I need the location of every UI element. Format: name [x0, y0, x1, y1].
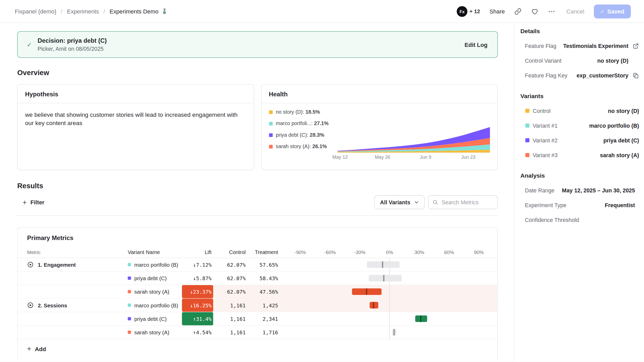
edit-log-button[interactable]: Edit Log [465, 41, 488, 48]
metric-row[interactable]: priya debt (C) ↑31.4% 1,161 2,341 [18, 312, 497, 326]
metric-cell: 1. Engagement [18, 258, 125, 271]
control-value: 1,161 [213, 316, 246, 322]
metric-target-icon [27, 261, 34, 268]
decision-text: Decision: priya debt (C) Picker, Amit on… [38, 37, 107, 52]
variants-dropdown[interactable]: All Variants [374, 195, 425, 209]
results-heading: Results [17, 182, 498, 190]
variant-label: Variant #2 [533, 137, 558, 143]
health-title: Health [261, 84, 497, 103]
check-icon: ✓ [600, 8, 605, 14]
details-sidebar: Details Feature Flag Testimonials Experi… [514, 23, 644, 362]
metric-row[interactable]: 2. Sessions marco portfolio (B) ↓16.25% … [18, 299, 497, 312]
metric-row[interactable]: sarah story (A) ↓23.37% 62.07% 47.56% [18, 285, 497, 299]
ci-center-tick [382, 261, 383, 268]
analysis-value: May 12, 2025 – Jun 30, 2025 [562, 187, 635, 193]
check-icon: ✓ [27, 41, 32, 48]
detail-value: no story (D) [597, 58, 628, 64]
copy-icon[interactable] [633, 72, 639, 79]
breadcrumb: Fixpanel {demo} / Experiments / Experime… [15, 8, 167, 15]
column-metric: Metric [18, 247, 125, 258]
decision-banner: ✓ Decision: priya debt (C) Picker, Amit … [17, 31, 498, 58]
filter-label: Filter [30, 199, 44, 205]
lift-value: ↓23.37% [182, 285, 213, 298]
analysis-row: Experiment Type Frequentist [520, 201, 639, 209]
search-metrics-input[interactable] [442, 199, 493, 205]
lift-value: ↑31.4% [182, 312, 213, 325]
legend-label: no story (D): 18.5% [276, 109, 320, 115]
primary-metrics-card: Primary Metrics Metric Variant Name Lift… [17, 227, 498, 360]
variant-row: Control no story (D) [520, 107, 639, 115]
metric-row[interactable]: priya debt (C) ↓5.87% 62.07% 58.43% [18, 272, 497, 285]
variant-cell: sarah story (A) [125, 329, 182, 335]
lift-value: ↑4.54% [182, 326, 213, 339]
icon-spacer [633, 57, 639, 64]
variant-value: sarah story (A) [600, 152, 639, 158]
ci-center-tick [366, 288, 367, 295]
saved-button[interactable]: ✓ Saved [594, 4, 631, 18]
detail-value[interactable]: Testimonials Experiment [563, 43, 628, 49]
legend-item: priya debt (C): 28.3% [269, 132, 338, 138]
variant-value: priya debt (C) [603, 137, 639, 143]
confidence-interval-cell [288, 312, 493, 325]
metric-cell [18, 326, 125, 339]
metric-target-icon [27, 302, 34, 308]
metric-cell [18, 285, 125, 298]
legend-item: sarah story (A): 26.1% [269, 143, 338, 149]
variant-value: marco portfolio (B) [589, 122, 639, 129]
more-options-icon[interactable] [548, 8, 555, 15]
column-lift: Lift [182, 247, 213, 258]
control-value: 62.07% [213, 275, 246, 281]
legend-label: priya debt (C): 28.3% [276, 132, 324, 138]
variant-color-dot [128, 317, 131, 321]
analysis-label: Experiment Type [525, 202, 566, 208]
treatment-value: 2,341 [246, 316, 278, 322]
variants-section: Variants Control no story (D) Variant #1… [520, 93, 639, 159]
variant-color-dot [525, 109, 529, 113]
analysis-row: Confidence Threshold [520, 216, 639, 224]
breadcrumb-separator: / [61, 8, 62, 15]
cancel-button[interactable]: Cancel [566, 8, 584, 15]
breadcrumb-project[interactable]: Fixpanel {demo} [15, 8, 56, 15]
detail-label: Control Variant [525, 58, 562, 64]
overview-heading: Overview [17, 69, 498, 77]
analysis-value: Frequentist [605, 202, 635, 208]
breadcrumb-experiments[interactable]: Experiments [67, 8, 99, 15]
detail-label: Feature Flag Key [525, 73, 568, 79]
confidence-interval-cell [288, 272, 493, 285]
variant-color-dot [128, 263, 131, 266]
column-treatment: Treatment [246, 249, 278, 255]
variant-label: Control [533, 108, 551, 114]
stacked-area-chart [338, 126, 490, 153]
analysis-label: Confidence Threshold [525, 217, 579, 223]
copy-link-icon[interactable] [514, 8, 522, 15]
x-axis-label: Jun 23 [461, 155, 475, 160]
hypothesis-card: Hypothesis we believe that showing custo… [17, 84, 254, 170]
collaborators[interactable]: Fx + 12 [457, 6, 480, 17]
confidence-interval-cell [288, 285, 493, 298]
avatar[interactable]: Fx [457, 6, 467, 17]
divider [17, 215, 498, 216]
ci-axis-tick: 60% [444, 249, 454, 255]
saved-label: Saved [607, 8, 624, 15]
metric-row[interactable]: sarah story (A) ↑4.54% 1,161 1,716 [18, 326, 497, 339]
add-metric-button[interactable]: + Add [18, 339, 497, 360]
add-label: Add [35, 346, 46, 352]
control-value: 62.07% [213, 288, 246, 295]
variant-cell: priya debt (C) [125, 316, 182, 322]
metric-label: 1. Engagement [38, 262, 76, 268]
variant-cell: marco portfolio (B) [125, 302, 182, 308]
treatment-value: 1,425 [246, 302, 278, 308]
favorite-icon[interactable] [531, 8, 538, 15]
variant-color-dot [525, 153, 529, 157]
metric-label: 2. Sessions [38, 302, 67, 308]
share-button[interactable]: Share [489, 8, 505, 15]
metric-row[interactable]: 1. Engagement marco portfolio (B) ↓7.12%… [18, 258, 497, 271]
variants-dropdown-label: All Variants [380, 199, 410, 205]
lift-value: ↓7.12% [182, 258, 213, 271]
external-link-icon[interactable] [633, 43, 639, 49]
variants-heading: Variants [520, 93, 639, 99]
variant-name: marco portfolio (B) [134, 262, 178, 268]
detail-row: Feature Flag Key exp_customerStory [520, 71, 639, 80]
metric-cell: 2. Sessions [18, 299, 125, 312]
add-filter-button[interactable]: + Filter [17, 199, 45, 206]
